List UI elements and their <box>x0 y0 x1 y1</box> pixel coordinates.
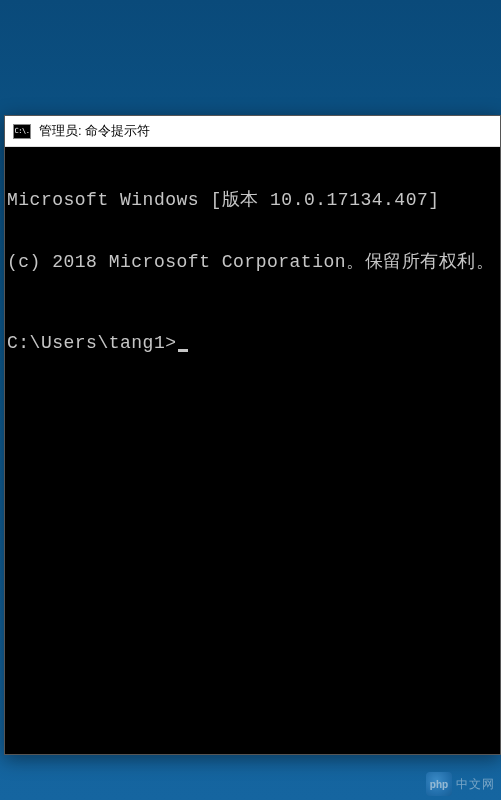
cmd-icon: C:\. <box>13 124 31 139</box>
watermark-badge-icon: php <box>426 772 452 796</box>
terminal-prompt: C:\Users\tang1> <box>7 333 177 354</box>
window-title: 管理员: 命令提示符 <box>39 122 150 140</box>
terminal-prompt-line: C:\Users\tang1> <box>7 333 498 354</box>
terminal-body[interactable]: Microsoft Windows [版本 10.0.17134.407] (c… <box>5 147 500 754</box>
cmd-icon-label: C:\. <box>15 128 30 135</box>
watermark: php 中文网 <box>426 772 495 796</box>
cmd-window: C:\. 管理员: 命令提示符 Microsoft Windows [版本 10… <box>4 115 501 755</box>
cursor-icon <box>178 349 188 352</box>
watermark-text: 中文网 <box>456 776 495 793</box>
titlebar[interactable]: C:\. 管理员: 命令提示符 <box>5 116 500 147</box>
terminal-version-line: Microsoft Windows [版本 10.0.17134.407] <box>7 190 498 211</box>
terminal-copyright-line: (c) 2018 Microsoft Corporation。保留所有权利。 <box>7 252 498 273</box>
